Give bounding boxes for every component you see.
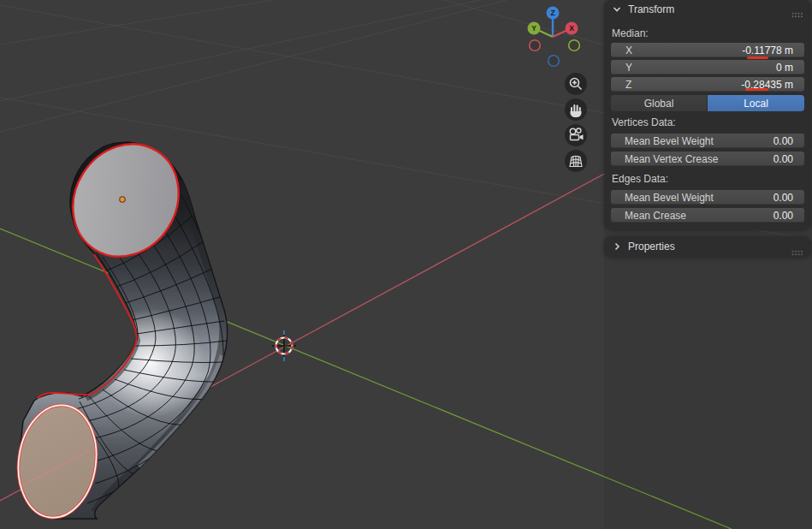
transform-panel: Transform Median: X -0.11778 m Y 0 m Z -… (604, 0, 811, 229)
edges-data-label: Edges Data: (612, 173, 668, 185)
pan-button[interactable] (565, 98, 587, 121)
annotation-underline-x (747, 56, 768, 59)
object-origin-dot (120, 197, 125, 202)
gizmo-axis-neg-x-ball[interactable] (530, 40, 541, 51)
zoom-button[interactable] (565, 73, 587, 95)
orientation-toggle: Global Local (611, 95, 804, 111)
annotation-underline-z (745, 88, 768, 91)
gizmo-y-label: Y (531, 24, 536, 33)
properties-panel-header[interactable]: Properties (604, 236, 811, 257)
vertices-data-label: Vertices Data: (612, 116, 676, 128)
global-button[interactable]: Global (611, 95, 707, 111)
blender-window: Z Y X (0, 0, 812, 529)
panel-drag-dots-icon[interactable] (791, 244, 803, 259)
mean-bevel-weight-edge-field[interactable]: Mean Bevel Weight 0.00 (611, 190, 804, 205)
panel-title: Transform (628, 3, 674, 15)
median-x-field[interactable]: X -0.11778 m (611, 43, 804, 57)
properties-panel: Properties (604, 236, 811, 257)
panel-drag-dots-icon[interactable] (791, 6, 803, 21)
median-y-field[interactable]: Y 0 m (611, 60, 804, 74)
mean-bevel-weight-vertex-field[interactable]: Mean Bevel Weight 0.00 (611, 134, 804, 148)
median-label: Median: (612, 27, 649, 39)
median-z-field[interactable]: Z -0.28435 m (611, 77, 804, 92)
gizmo-x-label: X (569, 24, 574, 33)
mean-vertex-crease-field[interactable]: Mean Vertex Crease 0.00 (611, 152, 804, 166)
transform-panel-header[interactable]: Transform (604, 0, 811, 19)
chevron-right-icon (612, 241, 622, 252)
gizmo-z-label: Z (550, 9, 554, 17)
chevron-down-icon (612, 4, 622, 15)
gizmo-axis-neg-z-ball[interactable] (548, 56, 560, 67)
gizmo-axis-neg-y-ball[interactable] (569, 40, 580, 51)
local-button[interactable]: Local (708, 95, 804, 111)
panel-title: Properties (628, 241, 675, 253)
mean-crease-field[interactable]: Mean Crease 0.00 (611, 208, 804, 223)
perspective-toggle-button[interactable] (565, 150, 587, 172)
camera-view-button[interactable] (565, 124, 587, 146)
